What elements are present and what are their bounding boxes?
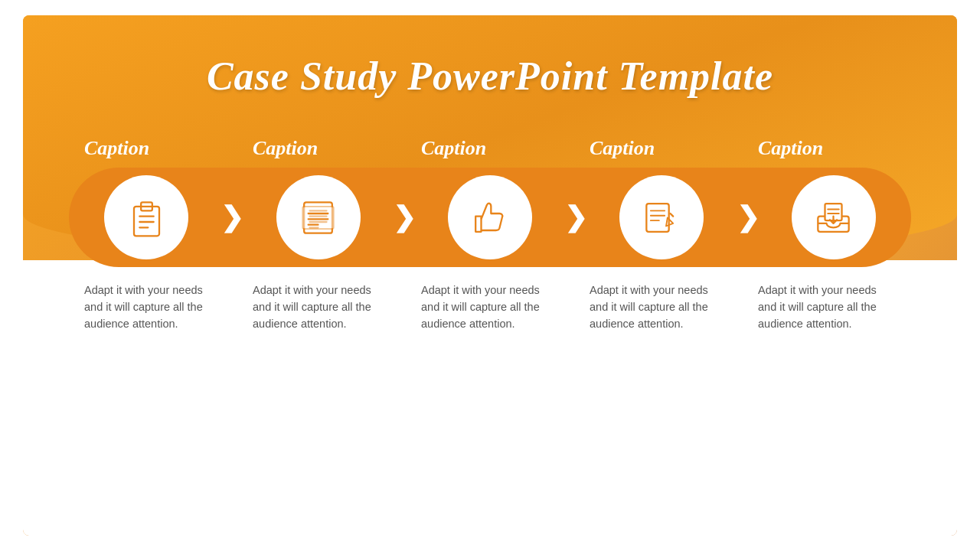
clipboard-icon [126, 197, 168, 239]
caption-1: Caption [84, 137, 222, 160]
caption-5: Caption [758, 137, 896, 160]
step-4-icon-circle [619, 175, 704, 259]
step-5-icon-circle [792, 175, 876, 259]
report-icon [641, 197, 683, 239]
arrow-1: ❯ [220, 204, 243, 231]
arrow-2: ❯ [393, 204, 416, 231]
step-1-icon-circle [104, 175, 188, 259]
arrow-3: ❯ [564, 204, 587, 231]
thumbs-up-icon [469, 197, 511, 239]
desc-3: Adapt it with your needs and it will cap… [421, 282, 559, 332]
desc-5: Adapt it with your needs and it will cap… [758, 282, 896, 332]
svg-rect-14 [646, 204, 668, 232]
desc-4: Adapt it with your needs and it will cap… [590, 282, 727, 332]
step-4 [619, 175, 704, 259]
desc-1: Adapt it with your needs and it will cap… [84, 282, 222, 332]
main-title: Case Study PowerPoint Template [23, 54, 957, 99]
process-bar: ❯ ❯ [69, 168, 911, 267]
descriptions-row: Adapt it with your needs and it will cap… [23, 267, 957, 332]
inbox-document-icon [812, 197, 854, 239]
captions-row: Caption Caption Caption Caption Caption [23, 137, 957, 160]
document-list-icon [297, 197, 339, 239]
caption-4: Caption [590, 137, 727, 160]
arrow-4: ❯ [737, 204, 760, 231]
step-2 [276, 175, 361, 259]
svg-line-18 [670, 214, 673, 217]
step-1 [104, 175, 188, 259]
caption-2: Caption [253, 137, 390, 160]
desc-2: Adapt it with your needs and it will cap… [253, 282, 390, 332]
step-3 [448, 175, 532, 259]
step-2-icon-circle [276, 175, 361, 259]
caption-3: Caption [421, 137, 559, 160]
title-section: Case Study PowerPoint Template [23, 15, 957, 114]
step-5 [792, 175, 876, 259]
slide: Case Study PowerPoint Template Caption C… [23, 15, 957, 536]
step-3-icon-circle [448, 175, 532, 259]
